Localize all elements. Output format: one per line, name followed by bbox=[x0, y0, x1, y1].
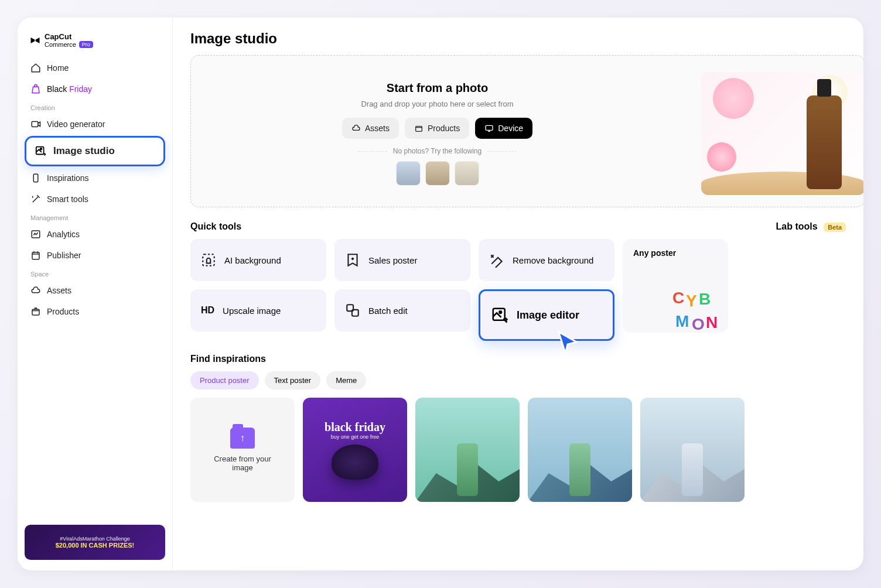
image-editor-icon bbox=[491, 306, 508, 324]
nav-bf-black: Black bbox=[47, 84, 67, 94]
promo-line1: #ViralAdsMarathon Challenge bbox=[60, 536, 129, 542]
tool-sales-poster[interactable]: Sales poster bbox=[334, 239, 470, 281]
phone-icon bbox=[30, 173, 41, 183]
pro-badge: Pro bbox=[79, 41, 93, 48]
create-label: Create from your image bbox=[207, 454, 278, 472]
insp-template[interactable] bbox=[528, 398, 632, 502]
insp-black-friday[interactable]: black friday buy one get one free bbox=[303, 398, 407, 502]
try-following-label: No photos? Try the following bbox=[358, 147, 517, 155]
cloud-icon bbox=[30, 285, 41, 296]
nav-label: Products bbox=[47, 307, 79, 316]
nav-products[interactable]: Products bbox=[25, 301, 165, 322]
insp-template[interactable] bbox=[415, 398, 520, 502]
quick-tools-grid: AI background Sales poster Remove backgr… bbox=[190, 239, 614, 341]
sample-thumb[interactable] bbox=[455, 161, 479, 186]
app-window: CapCut Commerce Pro Home Black Friday Cr… bbox=[18, 18, 863, 570]
video-icon bbox=[30, 119, 41, 129]
svg-point-2 bbox=[40, 148, 42, 150]
balloons-image: C Y B M O N bbox=[670, 280, 728, 333]
chart-icon bbox=[30, 229, 41, 240]
svg-text:C: C bbox=[672, 289, 684, 307]
tool-label: Batch edit bbox=[368, 306, 408, 316]
svg-text:O: O bbox=[692, 315, 705, 333]
nav-smart-tools[interactable]: Smart tools bbox=[25, 189, 165, 210]
nav-label: Video generator bbox=[47, 119, 105, 129]
tool-remove-background[interactable]: Remove background bbox=[479, 239, 614, 281]
magic-wand-icon bbox=[30, 194, 41, 204]
calendar-icon bbox=[30, 250, 41, 261]
nav-bf-friday: Friday bbox=[69, 84, 92, 94]
lab-tool-any-poster[interactable]: Any poster C Y B M O N bbox=[623, 239, 728, 333]
svg-rect-6 bbox=[32, 310, 39, 316]
capcut-logo-icon bbox=[29, 35, 41, 46]
nav-inspirations[interactable]: Inspirations bbox=[25, 167, 165, 189]
nav-label: Inspirations bbox=[47, 173, 89, 183]
brand-name: CapCut bbox=[45, 33, 93, 41]
nav-analytics[interactable]: Analytics bbox=[25, 224, 165, 245]
sales-poster-icon bbox=[345, 252, 360, 268]
upload-products-button[interactable]: Products bbox=[405, 118, 469, 139]
chip-product-poster[interactable]: Product poster bbox=[190, 371, 259, 389]
nav-home[interactable]: Home bbox=[25, 57, 165, 78]
lab-tools-heading: Lab tools Beta bbox=[776, 221, 846, 232]
brand-sub: Commerce bbox=[45, 41, 76, 48]
upload-subtitle: Drag and drop your photo here or select … bbox=[361, 100, 513, 108]
inspiration-chips: Product poster Text poster Meme bbox=[190, 371, 863, 389]
upload-folder-icon bbox=[230, 428, 255, 449]
upload-assets-button[interactable]: Assets bbox=[342, 118, 399, 139]
nav-black-friday[interactable]: Black Friday bbox=[25, 78, 165, 100]
insp-create-from-image[interactable]: Create from your image bbox=[190, 398, 295, 502]
earbuds-image bbox=[332, 445, 378, 480]
tool-batch-edit[interactable]: Batch edit bbox=[334, 289, 470, 331]
hd-icon: HD bbox=[201, 305, 214, 316]
page-title: Image studio bbox=[190, 30, 863, 47]
tool-label: Sales poster bbox=[368, 255, 417, 265]
nav-section-management: Management bbox=[25, 210, 165, 224]
svg-rect-3 bbox=[33, 175, 38, 183]
chip-meme[interactable]: Meme bbox=[326, 371, 366, 389]
tool-upscale-image[interactable]: HD Upscale image bbox=[190, 289, 326, 331]
inspiration-grid: Create from your image black friday buy … bbox=[190, 398, 863, 502]
home-icon bbox=[30, 63, 41, 73]
nav-assets[interactable]: Assets bbox=[25, 280, 165, 301]
upload-device-button[interactable]: Device bbox=[475, 118, 532, 139]
svg-point-13 bbox=[499, 311, 501, 313]
box-icon bbox=[30, 306, 41, 317]
svg-rect-9 bbox=[203, 254, 214, 266]
svg-text:M: M bbox=[675, 312, 689, 330]
tool-label: Remove background bbox=[513, 255, 593, 265]
button-label: Assets bbox=[365, 124, 390, 133]
beta-badge: Beta bbox=[824, 223, 846, 232]
svg-rect-7 bbox=[416, 127, 422, 132]
quick-tools-heading: Quick tools bbox=[190, 221, 241, 232]
chip-text-poster[interactable]: Text poster bbox=[265, 371, 321, 389]
promo-line2: $20,000 IN CASH PRIZES! bbox=[56, 542, 135, 549]
hero-preview-image bbox=[701, 72, 863, 195]
eraser-icon bbox=[489, 252, 504, 268]
cloud-icon bbox=[351, 124, 361, 133]
sidebar: CapCut Commerce Pro Home Black Friday Cr… bbox=[18, 18, 173, 570]
upload-dropzone[interactable]: Start from a photo Drag and drop your ph… bbox=[190, 55, 863, 207]
image-studio-icon bbox=[35, 145, 47, 158]
cursor-pointer-icon bbox=[554, 329, 581, 355]
nav-label: Publisher bbox=[47, 251, 81, 260]
nav-label: Image studio bbox=[53, 145, 115, 157]
button-label: Products bbox=[428, 124, 460, 133]
promo-banner[interactable]: #ViralAdsMarathon Challenge $20,000 IN C… bbox=[25, 525, 165, 560]
nav-image-studio[interactable]: Image studio bbox=[25, 136, 165, 166]
insp-template[interactable] bbox=[640, 398, 745, 502]
tool-image-editor[interactable]: Image editor bbox=[479, 289, 614, 341]
svg-text:Y: Y bbox=[686, 292, 697, 310]
bf-subtitle: buy one get one free bbox=[331, 434, 380, 440]
nav-section-space: Space bbox=[25, 266, 165, 280]
sample-thumb[interactable] bbox=[396, 161, 421, 186]
lab-tool-label: Any poster bbox=[633, 248, 718, 258]
nav-video-generator[interactable]: Video generator bbox=[25, 114, 165, 135]
shopping-bag-icon bbox=[30, 84, 41, 94]
tool-ai-background[interactable]: AI background bbox=[190, 239, 326, 281]
inspirations-heading: Find inspirations bbox=[190, 354, 863, 364]
upload-title: Start from a photo bbox=[387, 81, 488, 95]
sample-thumb[interactable] bbox=[425, 161, 450, 186]
nav-publisher[interactable]: Publisher bbox=[25, 245, 165, 266]
svg-rect-0 bbox=[32, 122, 38, 127]
